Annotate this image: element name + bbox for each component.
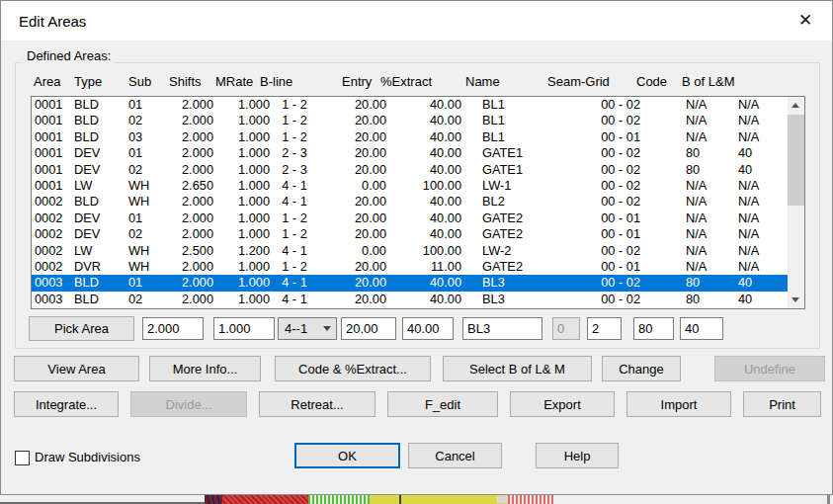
- ok-button[interactable]: OK: [294, 443, 400, 468]
- table-cell: 80: [640, 162, 737, 178]
- table-cell: 2.000: [168, 275, 213, 291]
- table-cell: 40.00: [386, 97, 461, 113]
- table-cell: 02: [125, 226, 168, 242]
- table-cell: 1.000: [213, 259, 270, 275]
- retreat-button[interactable]: Retreat...: [259, 391, 375, 417]
- table-cell: 00 - 01: [558, 226, 640, 242]
- table-cell: 2.000: [168, 113, 213, 128]
- table-row[interactable]: 0002BLDWH2.0001.0004 - 120.0040.00BL200 …: [32, 194, 788, 210]
- change-button[interactable]: Change: [602, 356, 681, 381]
- table-cell: 00 - 01: [558, 129, 640, 145]
- table-row[interactable]: 0001LWWH2.6501.0004 - 10.00100.00LW-100 …: [32, 178, 788, 194]
- import-button[interactable]: Import: [626, 391, 731, 417]
- cancel-button[interactable]: Cancel: [408, 443, 502, 468]
- table-cell: 40.00: [386, 162, 461, 178]
- table-cell: 01: [125, 97, 168, 113]
- table-cell: 2.000: [168, 194, 213, 210]
- pick-area-button[interactable]: Pick Area: [29, 316, 134, 341]
- draw-subdivisions-checkbox[interactable]: [15, 451, 30, 465]
- dialog-title: Edit Areas: [19, 13, 86, 30]
- code-field[interactable]: 80: [633, 317, 674, 340]
- table-cell: N/A: [737, 113, 788, 128]
- scroll-up-button[interactable]: [788, 97, 804, 114]
- column-header: Type: [74, 74, 102, 89]
- table-cell: DEV: [71, 226, 125, 242]
- table-cell: WH: [125, 178, 168, 194]
- bline-dropdown[interactable]: 4--1: [278, 317, 337, 340]
- seam-field[interactable]: 2: [587, 317, 622, 340]
- table-cell: 0003: [32, 275, 71, 291]
- print-button[interactable]: Print: [743, 391, 821, 417]
- column-header: Entry: [342, 74, 372, 89]
- table-cell: 20.00: [319, 162, 386, 178]
- table-cell: 00 - 02: [558, 97, 640, 113]
- table-cell: 2.000: [168, 129, 213, 145]
- column-header: %Extract: [380, 74, 432, 89]
- chevron-down-icon: [323, 326, 331, 331]
- table-cell: 20.00: [319, 194, 386, 210]
- table-row[interactable]: 0001DEV022.0001.0002 - 320.0040.00GATE10…: [32, 162, 788, 178]
- table-cell: 00 - 02: [558, 145, 640, 161]
- table-cell: 1.000: [213, 162, 270, 178]
- table-cell: 4 - 1: [270, 194, 319, 210]
- table-cell: 1 - 2: [270, 210, 319, 226]
- vertical-scrollbar[interactable]: [788, 97, 804, 308]
- entry-field[interactable]: 20.00: [341, 317, 396, 340]
- select-b-of-lm-button[interactable]: Select B of L& M: [443, 356, 592, 381]
- table-row[interactable]: 0001DEV012.0001.0002 - 320.0040.00GATE10…: [32, 145, 788, 161]
- table-row[interactable]: 0003BLD022.0001.0004 - 120.0040.00BL300 …: [32, 292, 788, 307]
- f-edit-button[interactable]: F_edit: [387, 391, 498, 417]
- table-cell: 2.000: [168, 145, 213, 161]
- boflm-field[interactable]: 40: [680, 317, 723, 340]
- column-header: Seam-Grid: [547, 74, 610, 89]
- table-cell: 0001: [32, 129, 71, 145]
- table-cell: 2.500: [168, 243, 213, 259]
- map-strip-segment: [399, 495, 401, 504]
- table-row[interactable]: 0002LWWH2.5001.2004 - 10.00100.00LW-200 …: [32, 243, 788, 259]
- table-cell: 2.000: [168, 259, 213, 275]
- table-row[interactable]: 0001BLD032.0001.0001 - 220.0040.00BL100 …: [32, 129, 788, 145]
- table-cell: 02: [125, 162, 168, 178]
- close-icon[interactable]: ✕: [785, 5, 826, 37]
- defined-areas-listbox[interactable]: 0001BLD012.0001.0001 - 220.0040.00BL100 …: [31, 96, 805, 309]
- table-cell: LW-1: [461, 178, 558, 194]
- table-cell: BLD: [71, 292, 125, 307]
- table-cell: DVR: [71, 259, 125, 275]
- code-extract-button[interactable]: Code & %Extract...: [275, 356, 431, 381]
- table-row[interactable]: 0003BLD012.0001.0004 - 120.0040.00BL300 …: [32, 275, 788, 291]
- table-row[interactable]: 0002DEV012.0001.0001 - 220.0040.00GATE20…: [32, 210, 788, 226]
- table-cell: 01: [125, 210, 168, 226]
- table-cell: N/A: [737, 194, 788, 210]
- table-cell: N/A: [640, 113, 737, 128]
- table-cell: N/A: [640, 97, 737, 113]
- table-row[interactable]: 0001BLD022.0001.0001 - 220.0040.00BL100 …: [32, 113, 788, 128]
- table-cell: 00 - 02: [558, 178, 640, 194]
- scroll-down-button[interactable]: [788, 292, 804, 308]
- shifts-field[interactable]: 2.000: [142, 317, 204, 340]
- table-cell: 20.00: [319, 292, 386, 307]
- table-cell: WH: [125, 194, 168, 210]
- table-cell: 0001: [32, 145, 71, 161]
- name-field[interactable]: BL3: [462, 317, 542, 340]
- table-cell: 1.000: [213, 275, 270, 291]
- help-button[interactable]: Help: [536, 443, 619, 468]
- table-cell: 1 - 2: [270, 129, 319, 145]
- table-row[interactable]: 0002DEV022.0001.0001 - 220.0040.00GATE20…: [32, 226, 788, 242]
- table-row[interactable]: 0001BLD012.0001.0001 - 220.0040.00BL100 …: [32, 97, 788, 113]
- export-button[interactable]: Export: [510, 391, 615, 417]
- integrate-button[interactable]: Integrate...: [14, 391, 119, 417]
- view-area-button[interactable]: View Area: [14, 356, 139, 381]
- mrate-field[interactable]: 1.000: [213, 317, 275, 340]
- table-cell: WH: [125, 243, 168, 259]
- more-info-button[interactable]: More Info...: [149, 356, 261, 381]
- table-cell: BLD: [71, 275, 125, 291]
- table-row[interactable]: 0002DVRWH2.0001.0001 - 220.0011.00GATE20…: [32, 259, 788, 275]
- table-cell: 100.00: [386, 243, 461, 259]
- scrollbar-thumb[interactable]: [788, 115, 804, 206]
- column-header: Name: [465, 74, 500, 89]
- table-cell: 00 - 01: [558, 210, 640, 226]
- titlebar[interactable]: Edit Areas ✕: [1, 1, 832, 41]
- table-cell: 00 - 02: [558, 194, 640, 210]
- extract-field[interactable]: 40.00: [402, 317, 454, 340]
- table-cell: N/A: [737, 97, 788, 113]
